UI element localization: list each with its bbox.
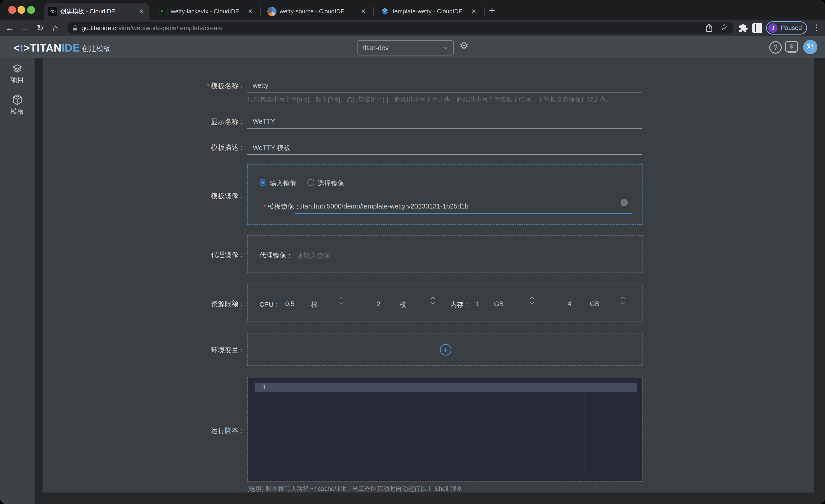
- script-code-editor[interactable]: 1: [248, 378, 642, 481]
- workspace-select-value: titan-dev: [363, 44, 443, 52]
- tab-wetty-lackavtx[interactable]: >_ wetty-lackavtx - CloudIDE ✕: [154, 3, 258, 19]
- editor-current-line: [254, 383, 637, 392]
- radio-input-image-label[interactable]: 输入镜像: [270, 179, 297, 188]
- wetty-source-favicon: [267, 7, 277, 16]
- input-underline: [472, 312, 538, 312]
- field-label-env-vars: 环境变量：: [43, 345, 245, 355]
- content-area: 项目 模板 *模板名称： wetty 只能包含小写字母[a-z]、数字[0-9]…: [0, 58, 825, 504]
- browser-titlebar: <t> 创建模板 - CloudIDE ✕ >_ wetty-lackavtx …: [0, 0, 825, 19]
- sidebar-item-projects[interactable]: 项目: [0, 64, 34, 85]
- add-env-var-button[interactable]: +: [440, 344, 451, 355]
- profile-avatar: J: [768, 23, 777, 33]
- tab-title: wetty-lackavtx - CloudIDE: [171, 8, 243, 15]
- tab-separator: [260, 7, 260, 16]
- gear-icon[interactable]: ⚙: [459, 39, 468, 51]
- cube-icon: [12, 94, 23, 105]
- input-underline: [247, 129, 642, 129]
- radio-select-image-label[interactable]: 选择镜像: [317, 179, 344, 188]
- zoom-window-button[interactable]: [27, 6, 35, 14]
- run-script-group: 1: [247, 377, 643, 482]
- new-tab-button[interactable]: +: [489, 5, 495, 16]
- profile-button[interactable]: J Paused: [766, 21, 807, 34]
- sidebar-item-label: 模板: [10, 107, 24, 116]
- input-underline: [294, 262, 632, 262]
- chevron-down-icon: [443, 46, 448, 50]
- run-script-help: (选填) 脚本将写入路径 ~/.cache/.init，当工作区启动时自动运行以…: [247, 485, 462, 493]
- browser-menu-icon[interactable]: ⋮: [811, 23, 821, 32]
- help-icon[interactable]: ?: [769, 41, 782, 54]
- address-bar[interactable]: go.titanide.cn/ide/web/workspace/templat…: [67, 22, 734, 34]
- editor-cursor: [275, 384, 275, 391]
- memory-max-stepper[interactable]: [620, 297, 625, 305]
- required-mark: *: [207, 82, 210, 90]
- editor-ruler: [584, 392, 585, 476]
- side-panel-icon[interactable]: [752, 23, 762, 33]
- radio-select-image[interactable]: [307, 179, 314, 186]
- display-name-input[interactable]: WeTTY: [253, 117, 275, 125]
- template-image-group: 输入镜像 选择镜像 *模板镜像： titan.hub:5000/demo/tem…: [247, 164, 643, 225]
- editor-line-number: 1: [262, 384, 266, 391]
- memory-max-unit: GB: [590, 300, 599, 308]
- field-label-display-name: 显示名称：: [43, 117, 245, 127]
- user-avatar[interactable]: 邓: [803, 40, 817, 54]
- sidebar-item-templates[interactable]: 模板: [0, 94, 34, 116]
- cpu-max-unit: 核: [399, 300, 406, 309]
- sidebar-item-label: 项目: [10, 75, 24, 85]
- back-button[interactable]: ←: [3, 19, 16, 36]
- memory-max-input[interactable]: 4: [568, 300, 571, 308]
- tab-wetty-source[interactable]: wetty-source - CloudIDE ✕: [263, 3, 371, 19]
- forward-button[interactable]: →: [18, 19, 31, 36]
- field-label-run-script: 运行脚本：: [43, 426, 245, 435]
- share-icon[interactable]: [705, 23, 713, 32]
- memory-min-stepper[interactable]: [529, 297, 534, 305]
- cpu-label: CPU：: [259, 300, 280, 309]
- input-underline: [564, 312, 630, 312]
- tab-create-template[interactable]: <t> 创建模板 - CloudIDE ✕: [44, 3, 149, 19]
- lock-icon: [72, 25, 78, 31]
- minimize-window-button[interactable]: [17, 6, 25, 14]
- memory-label: 内存：: [450, 300, 470, 309]
- proxy-image-group: 代理镜像： 请输入镜像: [247, 235, 643, 273]
- memory-min-input[interactable]: 1: [475, 300, 479, 308]
- url-host: go.titanide.cn: [81, 24, 120, 32]
- range-dash: —: [356, 300, 363, 308]
- tab-template-wetty[interactable]: template-wetty - CloudIDE ✕: [376, 3, 481, 19]
- description-input[interactable]: WeTTY 模板: [253, 143, 290, 153]
- field-label-template-name: *模板名称：: [43, 81, 245, 91]
- close-icon[interactable]: ✕: [138, 8, 145, 15]
- tab-title: 创建模板 - CloudIDE: [60, 7, 135, 15]
- system-monitor-icon[interactable]: ⚙: [785, 41, 798, 52]
- clear-input-icon[interactable]: ✕: [621, 199, 628, 206]
- cpu-min-input[interactable]: 0.5: [285, 300, 294, 308]
- close-icon[interactable]: ✕: [360, 8, 367, 15]
- app-sidebar: 项目 模板: [0, 58, 34, 504]
- proxy-image-input[interactable]: 请输入镜像: [297, 251, 330, 260]
- cpu-max-stepper[interactable]: [431, 297, 436, 305]
- focused-underline: [295, 213, 632, 214]
- template-image-input[interactable]: titan.hub:5000/demo/template-wetty:v2023…: [299, 202, 468, 210]
- template-name-help: 只能包含小写字母[a-z]、数字[0-9]、点[.]与破折号[-]，必须以小写字…: [247, 95, 612, 103]
- titanide-logo[interactable]: <t>TITANIDE: [13, 41, 80, 54]
- template-name-input[interactable]: wetty: [253, 82, 269, 89]
- radio-input-image[interactable]: [259, 179, 266, 186]
- app-header: <t>TITANIDE 创建模板 titan-dev ⚙ ? ⚙ 邓: [0, 36, 825, 58]
- input-underline: [247, 154, 642, 155]
- url-path: /ide/web/workspace/template/create: [120, 24, 223, 32]
- titanide-favicon: <t>: [48, 7, 57, 16]
- bookmark-star-icon[interactable]: ☆: [720, 21, 728, 32]
- cpu-min-stepper[interactable]: [339, 297, 344, 305]
- tab-title: template-wetty - CloudIDE: [393, 8, 467, 15]
- workspace-select[interactable]: titan-dev: [358, 40, 454, 56]
- home-button[interactable]: ⌂: [49, 19, 62, 36]
- cpu-min-unit: 核: [311, 300, 318, 309]
- tab-title: wetty-source - CloudIDE: [280, 8, 357, 15]
- close-icon[interactable]: ✕: [247, 8, 254, 15]
- cpu-max-input[interactable]: 2: [377, 300, 380, 308]
- extensions-puzzle-icon[interactable]: [739, 23, 748, 33]
- close-window-button[interactable]: [8, 6, 16, 14]
- close-icon[interactable]: ✕: [470, 8, 477, 15]
- env-vars-group: +: [247, 333, 643, 366]
- input-underline: [247, 92, 642, 93]
- required-mark: *: [264, 203, 266, 210]
- reload-button[interactable]: ↻: [33, 19, 47, 36]
